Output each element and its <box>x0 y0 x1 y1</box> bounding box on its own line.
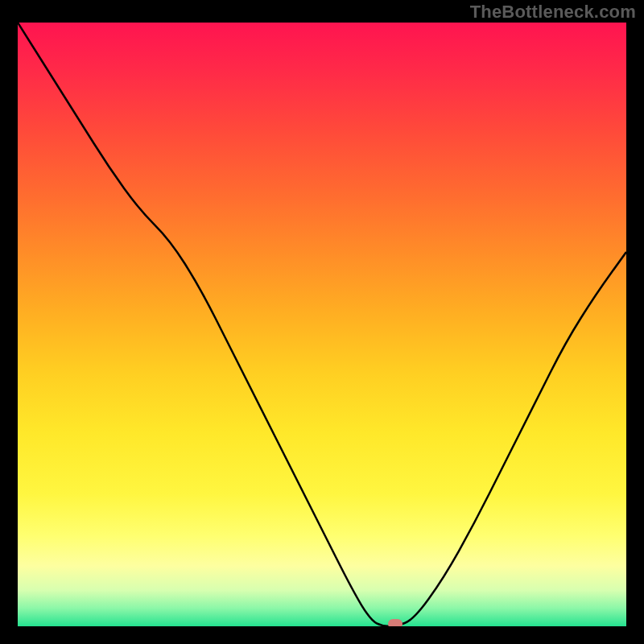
optimal-marker <box>388 619 402 626</box>
bottleneck-curve <box>18 23 626 626</box>
watermark-text: TheBottleneck.com <box>470 2 636 23</box>
chart-container: TheBottleneck.com <box>0 0 644 644</box>
curve-path <box>18 23 626 626</box>
plot-area <box>18 23 626 626</box>
